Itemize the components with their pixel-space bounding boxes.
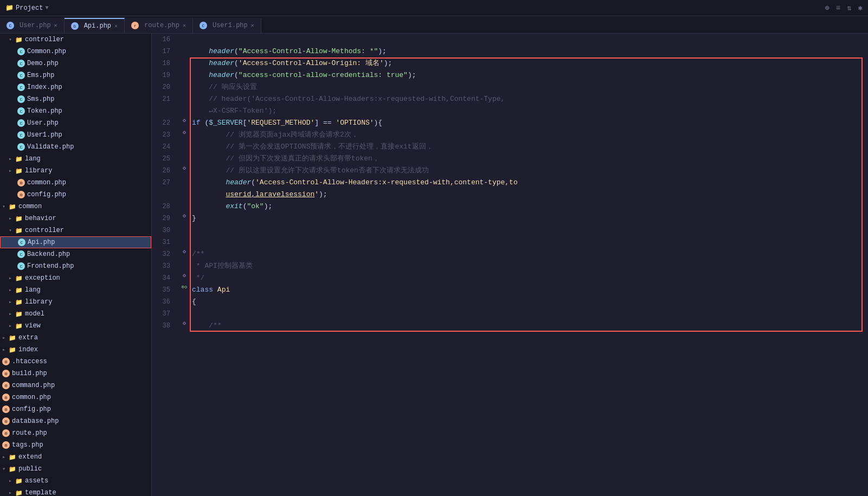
tab-api-php[interactable]: G Api.php ✕ bbox=[65, 18, 125, 33]
sidebar-item-lang2[interactable]: ▸ 📁 lang bbox=[0, 284, 151, 296]
sidebar-item-config-php2[interactable]: ⚙ config.php bbox=[0, 403, 151, 415]
sidebar-item-common-php3[interactable]: ⚙ common.php bbox=[0, 391, 151, 403]
folder-icon: 📁 bbox=[9, 346, 16, 353]
sidebar-item-tags-php[interactable]: ⚙ tags.php bbox=[0, 439, 151, 451]
sidebar-item-extend[interactable]: ▸ 📁 extend bbox=[0, 451, 151, 463]
sidebar-item-common-php[interactable]: C Common.php bbox=[0, 46, 151, 57]
sidebar-item-validate-php[interactable]: C Validate.php bbox=[0, 141, 151, 153]
tab-icon-user-php: C bbox=[7, 22, 14, 29]
sidebar-item-library[interactable]: ▸ 📁 library bbox=[0, 165, 151, 177]
sidebar-item-token-php[interactable]: C Token.php bbox=[0, 105, 151, 117]
tab-route-php[interactable]: r route.php ✕ bbox=[125, 18, 193, 33]
sidebar-label: tags.php bbox=[12, 441, 43, 449]
project-label[interactable]: 📁 Project ▼ bbox=[5, 4, 48, 12]
list-icon[interactable]: ≡ bbox=[836, 4, 840, 12]
sidebar-item-public[interactable]: ▾ 📁 public bbox=[0, 463, 151, 475]
expand-arrow: ▸ bbox=[9, 489, 15, 496]
file-icon: C bbox=[17, 107, 25, 115]
line-content: // 浏览器页面ajax跨域请求会请求2次， bbox=[190, 129, 868, 141]
code-line-18: 18 header('Access-Control-Allow-Origin: … bbox=[152, 57, 868, 69]
sidebar-item-controller2[interactable]: ▾ 📁 controller bbox=[0, 224, 151, 236]
code-line-35: 35 ⊙◇ class Api bbox=[152, 284, 868, 296]
sidebar-item-backend-php[interactable]: C Backend.php bbox=[0, 248, 151, 260]
folder-icon: 📁 bbox=[15, 489, 23, 497]
sidebar-label: model bbox=[25, 310, 44, 318]
line-gutter: ◇ bbox=[179, 248, 190, 255]
sidebar-item-database-php[interactable]: ⚙ database.php bbox=[0, 415, 151, 427]
sidebar-item-exception[interactable]: ▸ 📁 exception bbox=[0, 272, 151, 284]
folder-icon: 📁 bbox=[15, 311, 23, 318]
code-editor[interactable]: 16 17 header("Access-Control-Allow-Metho… bbox=[152, 34, 868, 496]
sidebar-item-ems-php[interactable]: C Ems.php bbox=[0, 69, 151, 81]
sidebar-label: Demo.php bbox=[27, 60, 59, 67]
sidebar-label: index bbox=[18, 346, 38, 353]
sidebar-label: public bbox=[18, 465, 42, 473]
sidebar-item-assets[interactable]: ▸ 📁 assets bbox=[0, 475, 151, 487]
line-number: 28 bbox=[152, 201, 179, 212]
sidebar-item-build-php[interactable]: ⚙ build.php bbox=[0, 368, 151, 379]
tab-icon-api-php: G bbox=[71, 22, 79, 30]
folder-icon: 📁 bbox=[15, 36, 23, 43]
line-number: 29 bbox=[152, 212, 179, 224]
globe-icon[interactable]: ⊕ bbox=[825, 3, 829, 12]
sidebar-item-route-php[interactable]: ⚙ route.php bbox=[0, 427, 151, 439]
tab-user-php[interactable]: C User.php ✕ bbox=[0, 18, 65, 33]
file-icon: C bbox=[17, 131, 25, 139]
sidebar-item-user-php[interactable]: C User.php bbox=[0, 117, 151, 129]
expand-arrow: ▸ bbox=[9, 156, 15, 162]
folder-icon: 📁 bbox=[15, 227, 23, 234]
tab-close-user1-php[interactable]: ✕ bbox=[251, 22, 254, 29]
line-number: 25 bbox=[152, 153, 179, 165]
sidebar-item-user1-php[interactable]: C User1.php bbox=[0, 129, 151, 141]
expand-arrow: ▾ bbox=[2, 203, 9, 210]
sidebar-item-template[interactable]: ▸ 📁 template bbox=[0, 487, 151, 496]
code-line-29: 29 ◇ } bbox=[152, 212, 868, 224]
sidebar-label: assets bbox=[25, 477, 48, 485]
sidebar-item-common-php2[interactable]: ⚙ common.php bbox=[0, 177, 151, 189]
sidebar-item-behavior[interactable]: ▸ 📁 behavior bbox=[0, 212, 151, 224]
code-line-27: 27 header('Access-Control-Allow-Headers:… bbox=[152, 177, 868, 201]
folder-icon: 📁 bbox=[15, 168, 23, 175]
filter-icon[interactable]: ⇅ bbox=[847, 3, 851, 12]
file-icon: ⚙ bbox=[17, 191, 25, 198]
sidebar-item-index[interactable]: ▸ 📁 index bbox=[0, 344, 151, 356]
code-line-19: 19 header("access-control-allow-credenti… bbox=[152, 69, 868, 81]
line-content: header('Access-Control-Allow-Origin: 域名'… bbox=[190, 57, 868, 69]
expand-arrow: ▸ bbox=[9, 478, 15, 484]
sidebar-label: extra bbox=[18, 334, 38, 342]
code-area: 16 17 header("Access-Control-Allow-Metho… bbox=[152, 34, 868, 496]
line-content: class Api bbox=[190, 284, 868, 296]
sidebar-label: extend bbox=[18, 453, 42, 461]
tab-close-user-php[interactable]: ✕ bbox=[54, 22, 57, 29]
sidebar-item-sms-php[interactable]: C Sms.php bbox=[0, 93, 151, 105]
folder-icon: 📁 bbox=[15, 215, 23, 222]
line-content: // 响应头设置 bbox=[190, 81, 868, 93]
sidebar-item-lang[interactable]: ▸ 📁 lang bbox=[0, 153, 151, 165]
sidebar-item-command-php[interactable]: ⚙ command.php bbox=[0, 379, 151, 391]
sidebar-label: common.php bbox=[27, 179, 66, 186]
sidebar-item-frontend-php[interactable]: C Frontend.php bbox=[0, 260, 151, 272]
sidebar-item-extra[interactable]: ▸ 📁 extra bbox=[0, 332, 151, 344]
file-icon: C bbox=[17, 250, 25, 258]
sidebar-item-htaccess[interactable]: ⚙ .htaccess bbox=[0, 356, 151, 368]
sidebar-label: template bbox=[25, 489, 56, 496]
sidebar-item-common-dir[interactable]: ▾ 📁 common bbox=[0, 201, 151, 212]
line-number: 26 bbox=[152, 165, 179, 177]
code-line-34: 34 ◇ */ bbox=[152, 272, 868, 284]
tab-close-route-php[interactable]: ✕ bbox=[183, 22, 186, 29]
line-content: { bbox=[190, 296, 868, 308]
sidebar-item-model[interactable]: ▸ 📁 model bbox=[0, 308, 151, 320]
sidebar-item-demo-php[interactable]: C Demo.php bbox=[0, 57, 151, 69]
tab-user1-php[interactable]: C User1.php ✕ bbox=[193, 18, 261, 33]
sidebar-item-config-php[interactable]: ⚙ config.php bbox=[0, 189, 151, 201]
sidebar-item-index-php[interactable]: C Index.php bbox=[0, 81, 151, 93]
sidebar-item-api-php[interactable]: C Api.php bbox=[0, 236, 151, 248]
code-line-38: 38 ◇ /** bbox=[152, 320, 868, 332]
sidebar-item-library2[interactable]: ▸ 📁 library bbox=[0, 296, 151, 308]
line-gutter: ◇ bbox=[179, 320, 190, 326]
tab-close-api-php[interactable]: ✕ bbox=[114, 23, 118, 29]
gear-icon[interactable]: ✱ bbox=[858, 3, 863, 12]
sidebar-item-view[interactable]: ▸ 📁 view bbox=[0, 320, 151, 332]
title-bar-actions: ⊕ ≡ ⇅ ✱ bbox=[825, 3, 863, 12]
sidebar-item-controller[interactable]: ▾ 📁 controller bbox=[0, 34, 151, 46]
